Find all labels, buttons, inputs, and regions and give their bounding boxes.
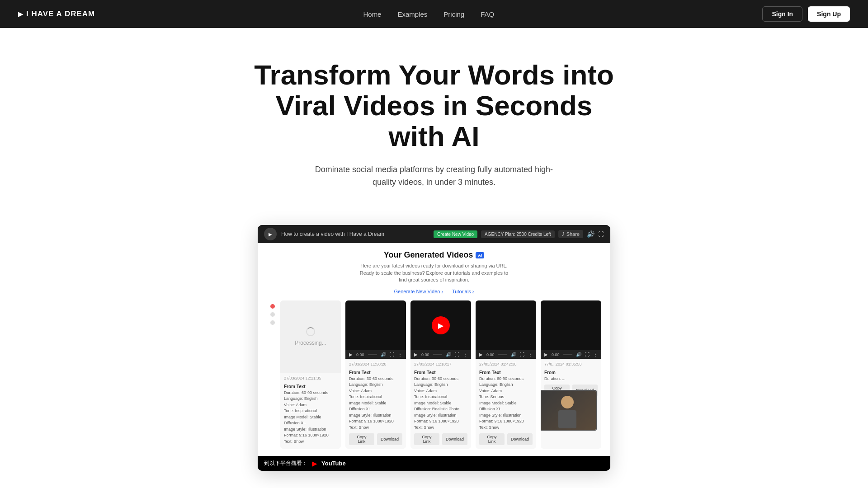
card-1-meta: 27/03/2024 12:21:35 From Text Duration: … <box>280 373 341 447</box>
progress-bar-5[interactable] <box>563 354 572 355</box>
more-btn-3[interactable]: ⋮ <box>463 352 467 357</box>
video-card-4: ▶ 0:00 🔊 ⛶ ⋮ 27/03/2024 01:42:38 From Te… <box>476 300 536 449</box>
expand-btn-2[interactable]: ⛶ <box>390 352 394 357</box>
video-controls-3: ▶ 0:00 🔊 ⛶ ⋮ <box>410 350 471 359</box>
vol-btn-5[interactable]: 🔊 <box>576 352 581 357</box>
video-controls-2: ▶ 0:00 🔊 ⛶ ⋮ <box>345 350 406 359</box>
pip-person <box>541 391 596 430</box>
video-grid: Processing... 27/03/2024 12:21:35 From T… <box>280 300 601 449</box>
vol-btn-4[interactable]: 🔊 <box>511 352 516 357</box>
nav-pricing[interactable]: Pricing <box>443 10 464 18</box>
video-title: How to create a video with I Have a Drea… <box>281 231 384 237</box>
share-button[interactable]: ⤴ Share <box>558 230 583 238</box>
sidebar-dot-3 <box>270 320 275 325</box>
copy-link-btn-4[interactable]: Copy Link <box>479 433 505 445</box>
processing-area: Processing... <box>280 300 341 373</box>
headline-line2: Viral Videos in Seconds with AI <box>276 90 593 152</box>
pip-video <box>541 390 597 431</box>
video-thumb-2[interactable] <box>345 300 406 350</box>
expand-btn-5[interactable]: ⛶ <box>585 352 590 357</box>
nav-faq[interactable]: FAQ <box>481 10 494 18</box>
yt-caption-bar: 到以下平台觀看： ▶ YouTube <box>258 456 610 471</box>
logo: ▶ I HAVE A DREAM <box>18 9 95 19</box>
app-header: Your Generated Videos AI Here are your l… <box>267 250 601 283</box>
copy-link-btn-3[interactable]: Copy Link <box>414 433 439 445</box>
app-screenshot: Your Generated Videos AI Here are your l… <box>258 243 610 456</box>
video-top-bar-left: ▶ How to create a video with I Have a Dr… <box>264 228 384 240</box>
volume-icon: 🔊 <box>587 230 594 238</box>
app-title: Your Generated Videos AI <box>267 250 601 260</box>
progress-bar-4[interactable] <box>498 354 507 355</box>
video-controls-4: ▶ 0:00 🔊 ⛶ ⋮ <box>476 350 536 359</box>
video-thumb-3[interactable]: ▶ <box>410 300 471 350</box>
vol-btn-2[interactable]: 🔊 <box>381 352 386 357</box>
video-top-bar: ▶ How to create a video with I Have a Dr… <box>258 225 610 243</box>
card-3-actions: Copy Link Download <box>410 433 471 449</box>
share-icon: ⤴ <box>562 231 565 237</box>
sidebar-dot-2 <box>270 312 275 317</box>
signin-button[interactable]: Sign In <box>762 6 802 22</box>
download-btn-2[interactable]: Download <box>377 433 402 445</box>
play-btn-3[interactable]: ▶ <box>414 352 418 357</box>
vol-btn-3[interactable]: 🔊 <box>446 352 451 357</box>
tutorials-link[interactable]: Tutorials › <box>452 289 474 294</box>
signup-button[interactable]: Sign Up <box>808 6 850 22</box>
video-thumb-5[interactable] <box>541 300 601 350</box>
caption-prefix: 到以下平台觀看： <box>264 460 307 467</box>
progress-bar-2[interactable] <box>368 354 377 355</box>
youtube-play-icon[interactable]: ▶ <box>432 316 450 334</box>
progress-bar-3[interactable] <box>433 354 442 355</box>
card-5-meta: 77/0...2024 01:35:50 From Duration: ... <box>541 359 601 385</box>
arrow-right-icon2: › <box>472 289 474 294</box>
copy-link-btn-2[interactable]: Copy Link <box>349 433 374 445</box>
more-btn-5[interactable]: ⋮ <box>593 352 598 357</box>
card-4-meta: 27/03/2024 01:42:38 From Text Duration: … <box>476 359 536 433</box>
card-2-actions: Copy Link Download <box>345 433 406 449</box>
arrow-right-icon: › <box>441 289 443 294</box>
play-btn-4[interactable]: ▶ <box>479 352 483 357</box>
youtube-logo: ▶ <box>312 460 317 467</box>
download-btn-4[interactable]: Download <box>507 433 533 445</box>
nav-links: Home Examples Pricing FAQ <box>363 10 494 18</box>
video-top-bar-right: Create New Video AGENCY Plan: 2500 Credi… <box>434 230 604 238</box>
headline-line1: Transform Your Words into <box>254 59 614 90</box>
navbar: ▶ I HAVE A DREAM Home Examples Pricing F… <box>0 0 868 28</box>
video-wrapper: ▶ How to create a video with I Have a Dr… <box>258 225 610 471</box>
video-thumb-4[interactable] <box>476 300 536 350</box>
play-btn-5[interactable]: ▶ <box>544 352 548 357</box>
generate-video-link[interactable]: Generate New Video › <box>394 289 443 294</box>
svg-point-0 <box>561 396 574 408</box>
hero-section: Transform Your Words into Viral Videos i… <box>0 28 868 225</box>
expand-btn-4[interactable]: ⛶ <box>520 352 524 357</box>
card-3-meta: 27/03/2024 11:10:17 From Text Duration: … <box>410 359 471 433</box>
video-controls-5: ▶ 0:00 🔊 ⛶ ⋮ <box>541 350 601 359</box>
app-nav: Generate New Video › Tutorials › <box>267 289 601 294</box>
processing-text: Processing... <box>295 340 326 346</box>
ai-badge: AI <box>476 252 484 258</box>
app-sidebar <box>267 300 278 449</box>
download-btn-3[interactable]: Download <box>442 433 467 445</box>
sidebar-dot-1 <box>270 304 275 309</box>
svg-rect-1 <box>558 410 576 428</box>
video-card-3: ▶ ▶ 0:00 🔊 ⛶ ⋮ 27/03/2024 11:10:17 From … <box>410 300 471 449</box>
nav-actions: Sign In Sign Up <box>762 6 850 22</box>
expand-btn-3[interactable]: ⛶ <box>455 352 459 357</box>
video-card-2: ▶ 0:00 🔊 ⛶ ⋮ 27/03/2024 11:58:20 From Te… <box>345 300 406 449</box>
hero-subtitle: Dominate social media platforms by creat… <box>307 163 561 189</box>
pip-figure <box>554 392 581 428</box>
caption-platform: YouTube <box>321 460 346 467</box>
nav-home[interactable]: Home <box>363 10 381 18</box>
more-btn-4[interactable]: ⋮ <box>528 352 533 357</box>
video-card-5: ▶ 0:00 🔊 ⛶ ⋮ 77/0...2024 01:35:50 From D… <box>541 300 601 449</box>
play-btn-2[interactable]: ▶ <box>349 352 353 357</box>
video-grid-container: Processing... 27/03/2024 12:21:35 From T… <box>267 300 601 449</box>
agency-plan-badge: AGENCY Plan: 2500 Credits Left <box>481 230 555 238</box>
create-video-badge[interactable]: Create New Video <box>434 230 477 238</box>
nav-examples[interactable]: Examples <box>397 10 427 18</box>
card-2-meta: 27/03/2024 11:58:20 From Text Duration: … <box>345 359 406 433</box>
video-play-icon[interactable]: ▶ <box>264 228 277 240</box>
logo-text: I HAVE A DREAM <box>26 9 95 19</box>
more-btn-2[interactable]: ⋮ <box>398 352 402 357</box>
loading-spinner <box>306 327 315 336</box>
app-subtitle: Here are your latest videos ready for do… <box>357 263 511 283</box>
